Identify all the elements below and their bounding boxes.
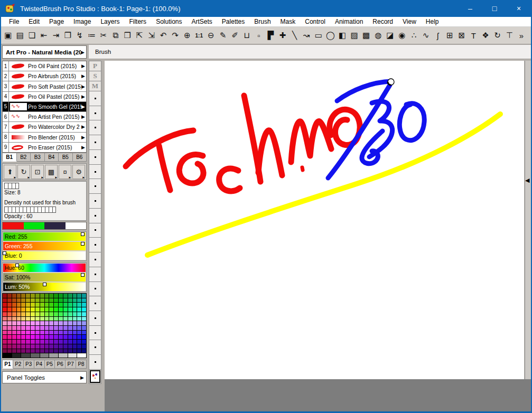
slider-handle[interactable] <box>15 264 19 267</box>
palette-cell[interactable] <box>7 340 12 344</box>
airbrush-button[interactable]: ¤ <box>59 165 71 179</box>
palette-cell[interactable] <box>49 344 53 349</box>
palette-cell[interactable] <box>17 312 21 316</box>
move-icon[interactable]: ✚ <box>277 28 289 43</box>
palette-cell[interactable] <box>77 312 81 316</box>
scratch-pad-thumbnail[interactable] <box>90 370 100 383</box>
pan-icon[interactable]: ❖ <box>480 28 492 43</box>
palette-cell[interactable] <box>68 307 72 312</box>
palette-gray-cell[interactable] <box>77 353 86 358</box>
menu-edit[interactable]: Edit <box>24 17 44 26</box>
palette-cell[interactable] <box>49 294 53 298</box>
palette-cell[interactable] <box>49 349 53 353</box>
palette-cell[interactable] <box>68 317 72 321</box>
pattern-icon[interactable]: ▩ <box>360 28 372 43</box>
palette-cell[interactable] <box>54 335 58 339</box>
palette-cell[interactable] <box>7 321 12 325</box>
mask-edit-icon[interactable]: ◪ <box>384 28 396 43</box>
palette-cell[interactable] <box>82 317 86 321</box>
palette-cell[interactable] <box>3 340 7 344</box>
menu-record[interactable]: Record <box>368 17 398 26</box>
zoom-in-icon[interactable]: ⊕ <box>181 28 193 43</box>
palette-cell[interactable] <box>17 303 21 307</box>
palette-cell[interactable] <box>82 321 86 325</box>
palette-cell[interactable] <box>45 303 49 307</box>
slider-handle[interactable] <box>81 273 85 277</box>
palette-cell[interactable] <box>21 298 25 303</box>
paste-icon[interactable]: ❒ <box>122 28 134 43</box>
dock-slot[interactable] <box>89 135 101 150</box>
book-pages-icon[interactable]: ▤ <box>14 28 26 43</box>
palette-cell[interactable] <box>54 326 58 330</box>
zoom-actual-icon[interactable]: 1:1 <box>193 28 206 43</box>
palette-cell[interactable] <box>40 317 44 321</box>
copy-grid-icon[interactable]: ⊞ <box>444 28 456 43</box>
palette-cell[interactable] <box>45 317 49 321</box>
tab-p5[interactable]: P5 <box>45 360 55 369</box>
quick-command-icon[interactable]: ↯ <box>74 28 86 43</box>
palette-cell[interactable] <box>82 331 86 335</box>
minimize-button[interactable]: – <box>458 0 482 17</box>
palette-gray-cell[interactable] <box>3 353 12 358</box>
palette-cell[interactable] <box>12 312 16 316</box>
menu-page[interactable]: Page <box>44 17 69 26</box>
palette-cell[interactable] <box>21 303 25 307</box>
palette-cell[interactable] <box>77 294 81 298</box>
palette-cell[interactable] <box>40 312 44 316</box>
palette-cell[interactable] <box>77 331 81 335</box>
palette-cell[interactable] <box>45 321 49 325</box>
palette-cell[interactable] <box>54 344 58 349</box>
palette-cell[interactable] <box>68 303 72 307</box>
palette-cell[interactable] <box>54 331 58 335</box>
palette-cell[interactable] <box>73 303 77 307</box>
palette-cell[interactable] <box>12 294 16 298</box>
rectangle-icon[interactable]: ▭ <box>312 28 324 43</box>
palette-cell[interactable] <box>7 303 12 307</box>
palette-cell[interactable] <box>21 335 25 339</box>
palette-cell[interactable] <box>63 331 68 335</box>
green-slider[interactable]: Green: 255 <box>3 242 86 250</box>
palette-cell[interactable] <box>40 335 44 339</box>
palette-cell[interactable] <box>31 317 35 321</box>
palette-cell[interactable] <box>21 317 25 321</box>
cut-icon[interactable]: ✂ <box>98 28 110 43</box>
scatter-icon[interactable]: ∴ <box>408 28 420 43</box>
palette-cell[interactable] <box>21 307 25 312</box>
dock-button-p[interactable]: P <box>89 61 101 71</box>
tab-p2[interactable]: P2 <box>13 360 24 369</box>
palette-cell[interactable] <box>26 312 30 316</box>
palette-cell[interactable] <box>3 321 7 325</box>
palette-cell[interactable] <box>3 294 7 298</box>
palette-cell[interactable] <box>35 298 40 303</box>
ellipse-icon[interactable]: ◯ <box>324 28 337 43</box>
dock-slot[interactable] <box>89 120 101 135</box>
palette-cell[interactable] <box>73 312 77 316</box>
save-icon[interactable]: ▣ <box>2 28 14 43</box>
palette-cell[interactable] <box>40 303 44 307</box>
palette-cell[interactable] <box>12 321 16 325</box>
artset-header[interactable]: Art Pro - Natural Media (2015) ▶ <box>2 45 87 59</box>
size-slider[interactable] <box>4 183 85 189</box>
paste-small-icon[interactable]: ⇲ <box>145 28 157 43</box>
dock-slot[interactable] <box>89 179 101 194</box>
palette-cell[interactable] <box>59 344 63 349</box>
menu-view[interactable]: View <box>398 17 421 26</box>
page-properties-icon[interactable]: ≔ <box>86 28 98 43</box>
palette-gray-cell[interactable] <box>12 353 21 358</box>
toolbar-overflow-icon[interactable]: » <box>516 28 528 43</box>
palette-cell[interactable] <box>31 312 35 316</box>
palette-cell[interactable] <box>35 317 40 321</box>
palette-cell[interactable] <box>7 312 12 316</box>
palette-cell[interactable] <box>3 317 7 321</box>
palette-cell[interactable] <box>82 312 86 316</box>
palette-cell[interactable] <box>77 307 81 312</box>
palette-cell[interactable] <box>21 312 25 316</box>
palette-cell[interactable] <box>54 312 58 316</box>
palette-cell[interactable] <box>68 349 72 353</box>
palette-cell[interactable] <box>63 312 68 316</box>
right-panel-collapse-bar[interactable]: ◀ <box>525 61 531 379</box>
menu-layers[interactable]: Layers <box>96 17 124 26</box>
palette-gray-cell[interactable] <box>59 353 68 358</box>
palette-cell[interactable] <box>12 298 16 303</box>
palette-cell[interactable] <box>82 294 86 298</box>
